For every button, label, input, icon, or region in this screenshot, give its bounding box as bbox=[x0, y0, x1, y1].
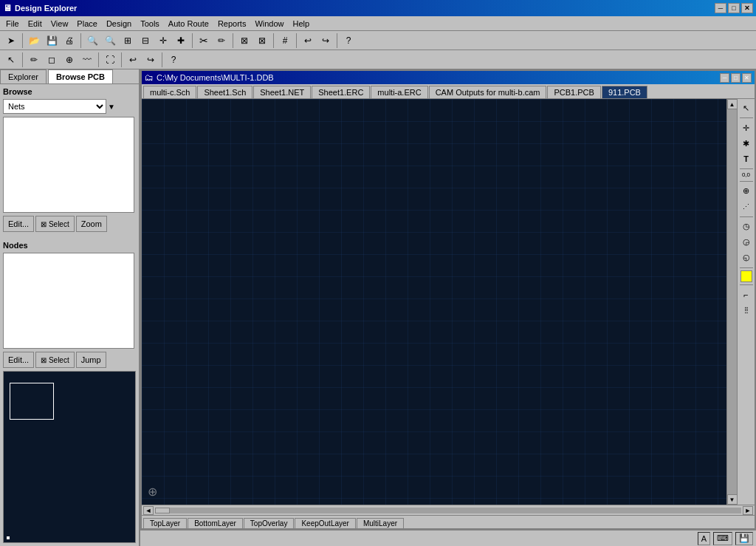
tb-draw[interactable]: ✏ bbox=[213, 33, 230, 49]
menu-item-view[interactable]: View bbox=[47, 18, 73, 30]
doc-maximize[interactable]: □ bbox=[731, 73, 740, 83]
tb-undo[interactable]: ↩ bbox=[300, 33, 316, 49]
nodes-buttons: Edit... ⊠ Select Jump bbox=[3, 352, 139, 368]
tb-scissors[interactable]: ✂ bbox=[196, 33, 212, 49]
browse-zoom-button[interactable]: Zoom bbox=[76, 216, 107, 232]
tab-3[interactable]: Sheet1.ERC bbox=[312, 86, 370, 98]
tb2-help[interactable]: ? bbox=[165, 52, 182, 68]
tb-component2[interactable]: ⊠ bbox=[254, 33, 270, 49]
tb2-redo[interactable]: ↪ bbox=[142, 52, 159, 68]
doc-title: C:\My Documents\MULTI-1.DDB bbox=[157, 73, 274, 82]
layer-tab-multilayer[interactable]: MultiLayer bbox=[357, 518, 404, 528]
rt-arc3[interactable]: ◵ bbox=[739, 250, 754, 265]
tb-open[interactable]: 📂 bbox=[26, 33, 42, 49]
rt-corner[interactable]: ⌐ bbox=[739, 287, 754, 302]
rt-arc2[interactable]: ◶ bbox=[739, 235, 754, 250]
menu-item-file[interactable]: File bbox=[1, 18, 24, 30]
rt-yellow-box bbox=[740, 270, 752, 282]
vscroll-up[interactable]: ▲ bbox=[727, 99, 738, 109]
tab-explorer[interactable]: Explorer bbox=[0, 69, 47, 83]
close-button[interactable]: ✕ bbox=[741, 3, 753, 13]
layer-tab-toplayer[interactable]: TopLayer bbox=[143, 518, 187, 528]
minimize-button[interactable]: ─ bbox=[715, 3, 726, 13]
tb2-rect[interactable]: ◻ bbox=[44, 52, 60, 68]
tab-2[interactable]: Sheet1.NET bbox=[253, 86, 311, 98]
rt-crosshair[interactable]: ✛ bbox=[739, 120, 754, 135]
status-item-keyboard: ⌨ bbox=[713, 532, 732, 545]
doc-close[interactable]: ✕ bbox=[742, 73, 752, 83]
tb2-add[interactable]: ⊕ bbox=[61, 52, 78, 68]
rt-dots[interactable]: ⣿ bbox=[739, 303, 754, 318]
rt-arc1[interactable]: ◷ bbox=[739, 219, 754, 234]
tb2-frame[interactable]: ⛶ bbox=[102, 52, 118, 68]
menu-item-auto-route[interactable]: Auto Route bbox=[164, 18, 213, 30]
tb-zoom-in[interactable]: 🔍 bbox=[84, 33, 100, 49]
tb2-wave[interactable]: 〰 bbox=[79, 52, 95, 68]
rt-cursor[interactable]: ⊕ bbox=[739, 184, 754, 199]
tb2-pen[interactable]: ✏ bbox=[26, 52, 42, 68]
doc-minimize[interactable]: ─ bbox=[720, 73, 729, 83]
vscroll-down[interactable]: ▼ bbox=[727, 494, 738, 505]
browse-dropdown[interactable]: Nets Components Pads Vias bbox=[3, 99, 106, 114]
status-bar: A ⌨ 💾 bbox=[140, 530, 756, 546]
rt-star[interactable]: ✱ bbox=[739, 136, 754, 151]
tb-arrow[interactable]: ➤ bbox=[3, 33, 19, 49]
tab-6[interactable]: PCB1.PCB bbox=[547, 86, 600, 98]
tb2-undo[interactable]: ↩ bbox=[125, 52, 141, 68]
minimap-rect bbox=[10, 383, 54, 420]
nodes-list[interactable] bbox=[3, 253, 134, 349]
hscroll-right[interactable]: ► bbox=[743, 506, 753, 515]
tab-browse-pcb[interactable]: Browse PCB bbox=[48, 69, 113, 83]
menu-item-reports[interactable]: Reports bbox=[213, 18, 251, 30]
tb-help[interactable]: ? bbox=[340, 33, 357, 49]
tab-7[interactable]: 911.PCB bbox=[602, 86, 647, 98]
doc-icon: 🗂 bbox=[145, 72, 154, 83]
menu-item-design[interactable]: Design bbox=[102, 18, 136, 30]
rt-text[interactable]: T bbox=[739, 151, 754, 166]
nodes-select-button[interactable]: ⊠ Select bbox=[35, 352, 75, 368]
tab-5[interactable]: CAM Outputs for multi-b.cam bbox=[429, 86, 547, 98]
menu-item-edit[interactable]: Edit bbox=[24, 18, 47, 30]
rt-arrow[interactable]: ↖ bbox=[739, 100, 754, 115]
rt-hatch[interactable]: ⋰ bbox=[739, 199, 754, 214]
hscroll-left[interactable]: ◄ bbox=[143, 506, 154, 515]
menu-item-help[interactable]: Help bbox=[289, 18, 315, 30]
browse-list[interactable] bbox=[3, 117, 134, 213]
nodes-label: Nodes bbox=[3, 241, 139, 250]
nodes-jump-button[interactable]: Jump bbox=[76, 352, 106, 368]
tab-1[interactable]: Sheet1.Sch bbox=[197, 86, 252, 98]
doc-title-btns: ─ □ ✕ bbox=[720, 73, 752, 83]
layer-tab-keepoutlayer[interactable]: KeepOutLayer bbox=[295, 518, 356, 528]
menu-item-place[interactable]: Place bbox=[72, 18, 102, 30]
hscroll-track[interactable] bbox=[155, 508, 741, 513]
pcb-canvas[interactable]: ⊕ bbox=[142, 99, 726, 505]
tb-cross[interactable]: ✛ bbox=[155, 33, 171, 49]
tab-0[interactable]: multi-c.Sch bbox=[143, 86, 196, 98]
menu-item-tools[interactable]: Tools bbox=[136, 18, 164, 30]
tb-save[interactable]: 💾 bbox=[44, 33, 60, 49]
menu-item-window[interactable]: Window bbox=[250, 18, 288, 30]
tb-component1[interactable]: ⊠ bbox=[236, 33, 252, 49]
tb-print[interactable]: 🖨 bbox=[61, 33, 78, 49]
status-item-disk: 💾 bbox=[735, 532, 753, 545]
v-scrollbar[interactable]: ▲ ▼ bbox=[726, 99, 737, 505]
pcb-grid bbox=[142, 99, 726, 505]
tab-4[interactable]: multi-a.ERC bbox=[371, 86, 427, 98]
tb-grid[interactable]: ⊞ bbox=[120, 33, 136, 49]
tb-hash[interactable]: # bbox=[277, 33, 293, 49]
tb-redo[interactable]: ↪ bbox=[317, 33, 334, 49]
layer-tab-topoverlay[interactable]: TopOverlay bbox=[244, 518, 295, 528]
maximize-button[interactable]: □ bbox=[728, 3, 740, 13]
browse-edit-button[interactable]: Edit... bbox=[3, 216, 34, 232]
tb-zoom-out[interactable]: 🔍 bbox=[102, 33, 118, 49]
vscroll-track[interactable] bbox=[727, 109, 738, 494]
nodes-edit-button[interactable]: Edit... bbox=[3, 352, 34, 368]
tb2-select[interactable]: ↖ bbox=[3, 52, 19, 68]
browse-buttons: Edit... ⊠ Select Zoom bbox=[3, 216, 136, 232]
browse-select-button[interactable]: ⊠ Select bbox=[35, 216, 75, 232]
tb-grid2[interactable]: ⊟ bbox=[137, 33, 154, 49]
h-scrollbar[interactable]: ◄ ► bbox=[142, 505, 755, 515]
tb-cross2[interactable]: ✚ bbox=[173, 33, 189, 49]
hscroll-thumb[interactable] bbox=[155, 508, 170, 513]
layer-tab-bottomlayer[interactable]: BottomLayer bbox=[188, 518, 243, 528]
